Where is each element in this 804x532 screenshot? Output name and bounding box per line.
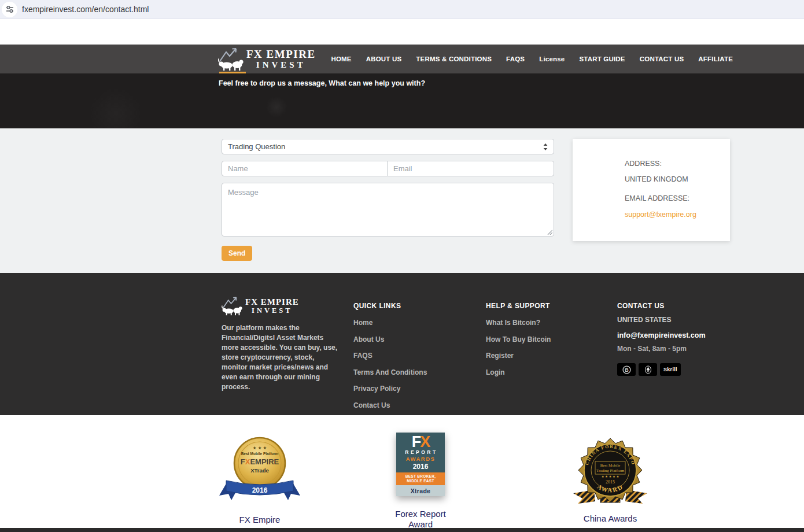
skrill-label: Skrill — [663, 367, 677, 372]
address-label: ADDRESS: — [625, 160, 724, 168]
help-support-heading: HELP & SUPPORT — [486, 302, 551, 310]
award-label-forex-report: Forex Report Award — [392, 509, 449, 530]
award-label-fx-empire: FX Empire — [219, 515, 300, 525]
ethereum-icon — [644, 365, 652, 374]
nav-item-contact-us[interactable]: CONTACT US — [640, 56, 684, 62]
footer-link-register[interactable]: Register — [486, 352, 551, 360]
nav-item-license[interactable]: License — [539, 56, 565, 62]
bitcoin-badge: B — [617, 363, 636, 376]
payment-badges: B Skrill — [617, 363, 706, 376]
award-fx-empire: ★ ★ ★ Best Mobile Platform FXEMPIRE XTra… — [219, 435, 300, 525]
bull-bear-logo-mark — [222, 296, 244, 316]
message-textarea[interactable] — [222, 183, 554, 237]
subject-selected-value: Trading Question — [228, 142, 285, 151]
footer-hours: Mon - Sat, 8am - 5pm — [617, 345, 706, 353]
footer-quick-links-column: QUICK LINKS Home About Us FAQS Terms And… — [353, 302, 427, 418]
browser-url-bar[interactable]: fxempireinvest.com/en/contact.html — [0, 0, 804, 19]
china-awards-medal-image: CHINA FOREX EXPO Best Mobile Trading Pla… — [570, 435, 651, 506]
footer-link-about-us[interactable]: About Us — [353, 335, 427, 343]
svg-text:XTrade: XTrade — [250, 467, 269, 474]
main-nav: HOME ABOUT US TERMS & CONDITIONS FAQS Li… — [331, 45, 733, 73]
footer-link-what-is-bitcoin[interactable]: What Is Bitcoin? — [486, 319, 551, 327]
footer-link-login[interactable]: Login — [486, 368, 551, 376]
address-value: UNITED KINGDOM — [625, 175, 724, 183]
nav-item-terms[interactable]: TERMS & CONDITIONS — [416, 56, 492, 62]
svg-text:★ ★ ★: ★ ★ ★ — [253, 445, 267, 450]
fx-empire-medal-image: ★ ★ ★ Best Mobile Platform FXEMPIRE XTra… — [219, 435, 300, 508]
contact-info-card: ADDRESS: UNITED KINGDOM EMAIL ADDRESSE: … — [573, 139, 730, 241]
ethereum-badge — [639, 363, 657, 376]
logo-text: FX EMPIRE INVEST — [246, 49, 316, 70]
svg-text:2015: 2015 — [606, 479, 615, 485]
svg-text:Best Mobile Platform: Best Mobile Platform — [241, 452, 279, 456]
footer-contact-column: CONTACT US UNITED STATES info@fxempirein… — [617, 302, 706, 376]
nav-item-affiliate[interactable]: AFFILIATE — [698, 56, 733, 62]
skrill-badge: Skrill — [660, 363, 681, 376]
svg-text:FXEMPIRE: FXEMPIRE — [241, 457, 279, 466]
footer-link-how-to-buy-bitcoin[interactable]: How To Buy Bitcoin — [486, 335, 551, 343]
contact-section: Trading Question Send ADDRESS: UNITED KI… — [0, 128, 804, 273]
svg-text:Best Mobile: Best Mobile — [600, 463, 620, 468]
footer-country: UNITED STATES — [617, 316, 706, 324]
svg-text:★ ★ ★ ★ ★: ★ ★ ★ ★ ★ — [602, 475, 619, 478]
address-bar-url[interactable]: fxempireinvest.com/en/contact.html — [22, 5, 149, 14]
svg-text:Trading Platform: Trading Platform — [596, 468, 625, 473]
footer-link-faqs[interactable]: FAQS — [353, 352, 427, 360]
forex-report-badge-image: FX REPORT AWARDS 2016 BEST BROKER,MIDDLE… — [396, 433, 445, 496]
bull-bear-logo-mark — [218, 47, 245, 71]
nav-item-faqs[interactable]: FAQS — [506, 56, 525, 62]
footer-email: info@fxempireinvest.com — [617, 331, 706, 339]
nav-item-home[interactable]: HOME — [331, 56, 351, 62]
footer-contact-heading: CONTACT US — [617, 302, 706, 310]
footer-link-terms[interactable]: Terms And Conditions — [353, 368, 427, 376]
footer-description: Our platform makes the Financial/Digitsl… — [222, 323, 338, 392]
svg-text:2016: 2016 — [252, 486, 268, 494]
awards-section: ★ ★ ★ Best Mobile Platform FXEMPIRE XTra… — [0, 415, 804, 528]
svg-text:B: B — [625, 367, 629, 372]
send-button[interactable]: Send — [222, 246, 252, 261]
page-top-gap — [0, 19, 804, 45]
site-settings-button[interactable] — [2, 2, 17, 17]
nav-item-start-guide[interactable]: START GUIDE — [579, 56, 625, 62]
support-email-link[interactable]: support@fxempire.org — [625, 210, 696, 219]
footer-brand-column: FX EMPIRE INVEST Our platform makes the … — [222, 296, 343, 392]
name-input[interactable] — [222, 161, 388, 176]
email-address-label: EMAIL ADDRESSE: — [625, 194, 724, 202]
footer-help-support-column: HELP & SUPPORT What Is Bitcoin? How To B… — [486, 302, 551, 385]
footer-link-contact-us[interactable]: Contact Us — [353, 401, 427, 409]
quick-links-heading: QUICK LINKS — [353, 302, 427, 310]
nav-item-about-us[interactable]: ABOUT US — [366, 56, 402, 62]
footer-logo-text: FX EMPIRE INVEST — [245, 297, 299, 315]
bitcoin-icon: B — [622, 365, 631, 374]
hero-banner: Feel free to drop us a message, What can… — [0, 73, 804, 128]
footer-logo[interactable]: FX EMPIRE INVEST — [222, 296, 343, 316]
footer-link-home[interactable]: Home — [353, 319, 427, 327]
award-label-china: China Awards — [570, 513, 651, 524]
hero-message: Feel free to drop us a message, What can… — [219, 79, 425, 87]
tune-icon — [6, 5, 14, 13]
award-forex-report: FX REPORT AWARDS 2016 BEST BROKER,MIDDLE… — [380, 433, 461, 530]
footer-link-privacy-policy[interactable]: Privacy Policy — [353, 385, 427, 393]
main-navbar: FX EMPIRE INVEST HOME ABOUT US TERMS & C… — [0, 45, 804, 73]
award-china: CHINA FOREX EXPO Best Mobile Trading Pla… — [570, 435, 651, 524]
header-logo[interactable]: FX EMPIRE INVEST — [218, 47, 316, 71]
select-stepper-icon — [543, 143, 548, 150]
subject-select[interactable]: Trading Question — [222, 139, 554, 154]
email-input[interactable] — [387, 161, 554, 176]
footer: FX EMPIRE INVEST Our platform makes the … — [0, 273, 804, 415]
